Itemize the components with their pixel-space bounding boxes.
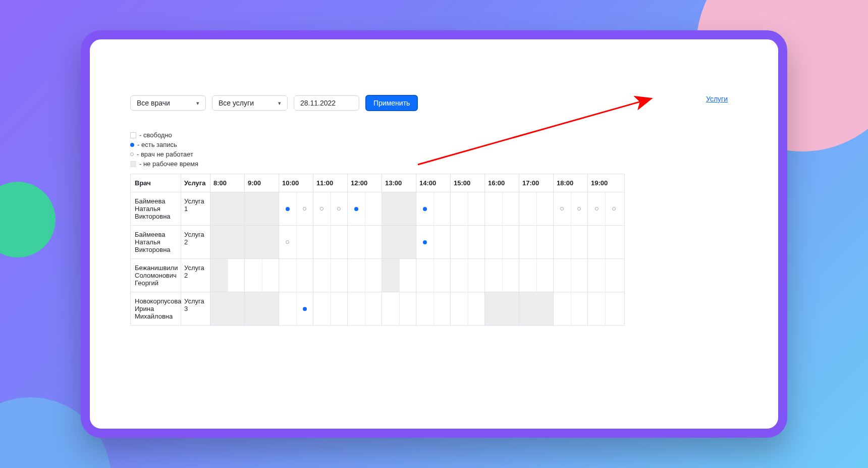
- time-slot[interactable]: [502, 259, 519, 292]
- time-slot[interactable]: [554, 259, 571, 292]
- hour-cell: [382, 259, 416, 292]
- time-slot[interactable]: [348, 192, 365, 225]
- time-slot[interactable]: [502, 192, 519, 225]
- time-slot[interactable]: [296, 259, 313, 292]
- time-slot[interactable]: [365, 259, 382, 292]
- time-slot[interactable]: [228, 259, 245, 292]
- time-slot[interactable]: [571, 226, 588, 258]
- time-slot[interactable]: [365, 192, 382, 225]
- time-slot[interactable]: [313, 292, 331, 325]
- time-slot[interactable]: [588, 226, 605, 258]
- time-slot[interactable]: [313, 192, 331, 225]
- time-slot[interactable]: [245, 259, 262, 292]
- time-slot[interactable]: [348, 259, 365, 292]
- time-slot[interactable]: [279, 259, 296, 292]
- services-link[interactable]: Услуги: [706, 95, 728, 103]
- time-slot[interactable]: [571, 259, 588, 292]
- time-slot[interactable]: [296, 192, 313, 225]
- date-input[interactable]: 28.11.2022: [294, 95, 359, 111]
- time-slot[interactable]: [536, 226, 554, 258]
- time-slot[interactable]: [348, 292, 365, 325]
- doctor-name: Бежанишвили Соломонович Георгий: [131, 259, 181, 292]
- time-slot[interactable]: [416, 259, 433, 292]
- time-slot[interactable]: [485, 226, 502, 258]
- time-slot[interactable]: [296, 292, 313, 325]
- time-slot[interactable]: [365, 226, 382, 258]
- service-select[interactable]: Все услуги ▾: [212, 95, 288, 111]
- time-slot[interactable]: [502, 226, 519, 258]
- time-slot[interactable]: [536, 259, 554, 292]
- time-slot[interactable]: [416, 292, 433, 325]
- time-slot[interactable]: [605, 259, 622, 292]
- time-slot[interactable]: [416, 192, 433, 225]
- time-slot[interactable]: [588, 292, 605, 325]
- time-slot[interactable]: [571, 292, 588, 325]
- time-slot[interactable]: [468, 259, 485, 292]
- time-slot: [399, 192, 416, 225]
- time-slot[interactable]: [433, 226, 451, 258]
- time-slot: [245, 226, 262, 258]
- time-slot[interactable]: [331, 259, 348, 292]
- schedule-table: Врач Услуга 8:009:0010:0011:0012:0013:00…: [130, 174, 625, 326]
- time-slot: [399, 226, 416, 258]
- time-slot[interactable]: [605, 226, 622, 258]
- time-slot[interactable]: [468, 292, 485, 325]
- time-slot[interactable]: [485, 259, 502, 292]
- time-slot[interactable]: [554, 192, 571, 225]
- time-slot[interactable]: [313, 226, 331, 258]
- doctor-select[interactable]: Все врачи ▾: [130, 95, 206, 111]
- time-slot[interactable]: [519, 192, 536, 225]
- time-slot[interactable]: [519, 259, 536, 292]
- time-slot[interactable]: [296, 226, 313, 258]
- time-slot[interactable]: [279, 292, 296, 325]
- hour-cell: [348, 259, 382, 292]
- time-slot: [245, 192, 262, 225]
- hour-cell: [313, 292, 348, 325]
- time-slot[interactable]: [433, 259, 451, 292]
- time-slot[interactable]: [382, 292, 399, 325]
- apply-button[interactable]: Применить: [365, 95, 418, 111]
- time-slot[interactable]: [262, 259, 279, 292]
- time-slot[interactable]: [554, 292, 571, 325]
- time-slot[interactable]: [468, 226, 485, 258]
- time-slot[interactable]: [605, 192, 622, 225]
- time-slot[interactable]: [536, 192, 554, 225]
- time-slot[interactable]: [433, 192, 451, 225]
- time-slot[interactable]: [416, 226, 433, 258]
- time-slot[interactable]: [433, 292, 451, 325]
- legend-nonwork-label: - не рабочее время: [139, 160, 198, 168]
- time-slot[interactable]: [331, 192, 348, 225]
- doctor-name: Новокорпусова Ирина Михайловна: [131, 292, 181, 325]
- time-slot[interactable]: [451, 192, 468, 225]
- time-slot: [382, 226, 399, 258]
- time-slot[interactable]: [348, 226, 365, 258]
- time-slot[interactable]: [365, 292, 382, 325]
- service-name: Услуга 2: [181, 226, 210, 258]
- time-slot[interactable]: [451, 292, 468, 325]
- time-slot[interactable]: [519, 226, 536, 258]
- time-slot[interactable]: [399, 259, 416, 292]
- time-slot[interactable]: [554, 226, 571, 258]
- hour-cell: [519, 226, 554, 258]
- table-header: Врач Услуга 8:009:0010:0011:0012:0013:00…: [131, 174, 624, 192]
- time-slot[interactable]: [468, 192, 485, 225]
- time-slot[interactable]: [588, 192, 605, 225]
- time-slot[interactable]: [588, 259, 605, 292]
- time-slot[interactable]: [451, 226, 468, 258]
- time-slot[interactable]: [571, 192, 588, 225]
- table-row: Баймеева Наталья ВикторовнаУслуга 1: [131, 192, 624, 226]
- time-slot[interactable]: [399, 292, 416, 325]
- time-slot[interactable]: [279, 226, 296, 258]
- time-slot[interactable]: [451, 259, 468, 292]
- time-slot[interactable]: [331, 226, 348, 258]
- hour-cell: [554, 292, 588, 325]
- hour-cell: [279, 292, 313, 325]
- table-row: Новокорпусова Ирина МихайловнаУслуга 3: [131, 292, 624, 325]
- time-slot[interactable]: [313, 259, 331, 292]
- time-slot[interactable]: [331, 292, 348, 325]
- time-slot[interactable]: [605, 292, 622, 325]
- header-hour: 13:00: [382, 174, 416, 192]
- hour-cell: [588, 226, 622, 258]
- time-slot[interactable]: [279, 192, 296, 225]
- time-slot[interactable]: [485, 192, 502, 225]
